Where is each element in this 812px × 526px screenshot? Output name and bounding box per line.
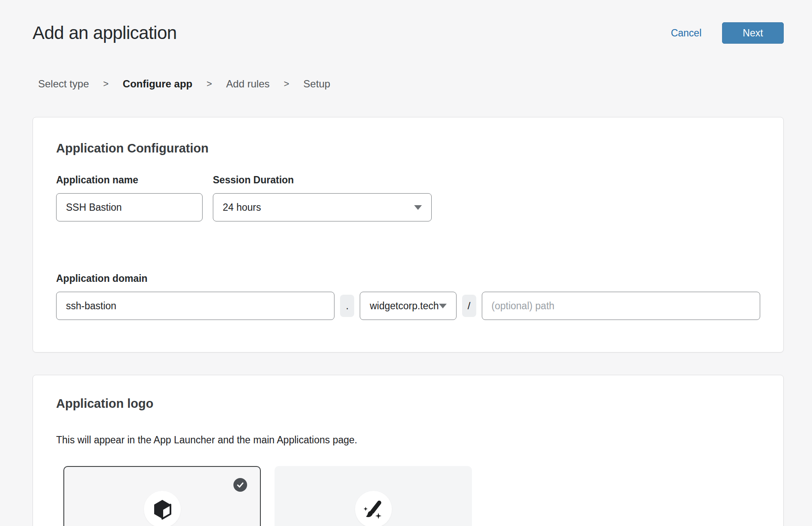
paintbrush-sparkle-icon: [363, 499, 384, 520]
cube-icon: [153, 499, 172, 520]
logo-option-custom[interactable]: [275, 466, 472, 526]
step-configure-app[interactable]: Configure app: [123, 78, 193, 90]
logo-card-heading: Application logo: [56, 397, 760, 411]
application-domain-field: Application domain . widgetcorp.tech /: [56, 273, 760, 320]
path-input[interactable]: [482, 292, 760, 320]
step-select-type[interactable]: Select type: [38, 78, 89, 90]
application-domain-label: Application domain: [56, 273, 147, 284]
custom-logo-circle: [355, 491, 392, 526]
dot-separator: .: [340, 295, 354, 317]
page-header: Add an application Cancel Next: [0, 0, 812, 44]
application-name-label: Application name: [56, 174, 203, 186]
application-name-input[interactable]: [56, 193, 203, 221]
session-duration-value: 24 hours: [223, 202, 261, 213]
cancel-button[interactable]: Cancel: [671, 27, 702, 39]
breadcrumb-steps: Select type>Configure app>Add rules>Setu…: [0, 78, 812, 90]
config-card-heading: Application Configuration: [56, 141, 760, 155]
next-button[interactable]: Next: [722, 22, 784, 44]
name-session-row: Application name Session Duration 24 hou…: [56, 174, 760, 221]
application-logo-card: Application logo This will appear in the…: [33, 375, 784, 526]
step-separator: >: [284, 78, 290, 90]
session-duration-label: Session Duration: [213, 174, 432, 186]
chevron-down-icon: [414, 205, 422, 210]
slash-separator: /: [462, 295, 476, 317]
logo-options: [63, 466, 760, 526]
session-duration-select[interactable]: 24 hours: [213, 193, 432, 221]
application-configuration-card: Application Configuration Application na…: [33, 117, 784, 353]
step-separator: >: [206, 78, 212, 90]
chevron-down-icon: [439, 304, 447, 308]
step-separator: >: [103, 78, 109, 90]
logo-option-default[interactable]: [63, 466, 261, 526]
application-domain-row: . widgetcorp.tech /: [56, 292, 760, 320]
step-add-rules[interactable]: Add rules: [226, 78, 269, 90]
page-title: Add an application: [33, 23, 177, 43]
step-setup[interactable]: Setup: [303, 78, 330, 90]
application-name-field: Application name: [56, 174, 203, 221]
logo-card-description: This will appear in the App Launcher and…: [56, 434, 760, 446]
session-duration-field: Session Duration 24 hours: [213, 174, 432, 221]
subdomain-input[interactable]: [56, 292, 334, 320]
default-logo-circle: [144, 491, 181, 526]
header-actions: Cancel Next: [671, 22, 784, 44]
domain-select[interactable]: widgetcorp.tech: [360, 292, 456, 320]
domain-select-value: widgetcorp.tech: [370, 300, 439, 312]
selected-check-icon: [233, 478, 247, 492]
